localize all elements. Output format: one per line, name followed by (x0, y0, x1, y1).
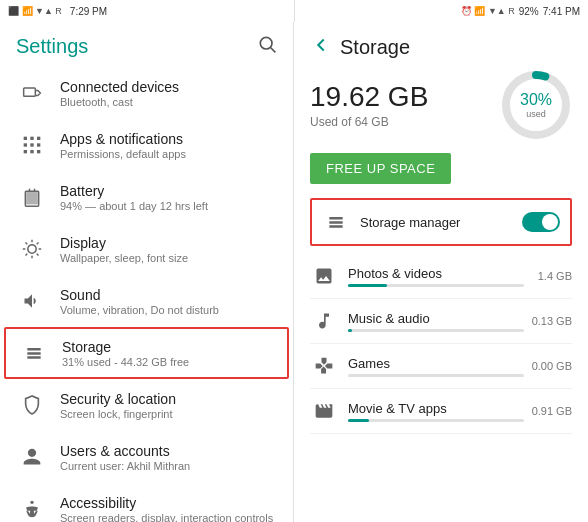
svg-line-22 (37, 254, 39, 256)
photo-icon (310, 262, 338, 290)
movies-label: Movie & TV apps (348, 401, 524, 416)
svg-rect-7 (30, 143, 33, 146)
svg-rect-5 (37, 137, 40, 140)
games-bar (348, 374, 524, 377)
display-subtitle: Wallpaper, sleep, font size (60, 252, 277, 264)
right-time: 7:41 PM (543, 6, 580, 17)
storage-of: Used of 64 GB (310, 115, 428, 129)
security-icon (16, 389, 48, 421)
svg-rect-4 (30, 137, 33, 140)
sound-title: Sound (60, 287, 277, 303)
sound-subtitle: Volume, vibration, Do not disturb (60, 304, 277, 316)
music-label: Music & audio (348, 311, 524, 326)
right-battery: 92% (519, 6, 539, 17)
svg-rect-8 (37, 143, 40, 146)
settings-item-apps[interactable]: Apps & notifications Permissions, defaul… (0, 119, 293, 171)
storage-category-photos[interactable]: Photos & videos 1.4 GB (310, 254, 572, 299)
users-icon (16, 441, 48, 473)
battery-subtitle: 94% — about 1 day 12 hrs left (60, 200, 277, 212)
music-bar (348, 329, 524, 332)
apps-subtitle: Permissions, default apps (60, 148, 277, 160)
storage-header: Storage (294, 22, 588, 69)
storage-panel: Storage 19.62 GB Used of 64 GB 30% used (294, 22, 588, 522)
settings-title: Settings (16, 35, 88, 58)
svg-line-23 (37, 243, 39, 245)
svg-rect-9 (24, 150, 27, 153)
storage-percent: 30% (520, 91, 552, 109)
search-icon[interactable] (257, 34, 277, 59)
games-size: 0.00 GB (532, 360, 572, 372)
music-bar-fill (348, 329, 352, 332)
svg-rect-3 (24, 137, 27, 140)
movies-bar (348, 419, 524, 422)
settings-item-sound[interactable]: Sound Volume, vibration, Do not disturb (0, 275, 293, 327)
security-title: Security & location (60, 391, 277, 407)
music-size: 0.13 GB (532, 315, 572, 327)
apps-icon (16, 129, 48, 161)
storage-usage-text: 19.62 GB Used of 64 GB (310, 81, 428, 129)
storage-panel-title: Storage (340, 36, 410, 59)
storage-category-games[interactable]: Games 0.00 GB (310, 344, 572, 389)
right-status-bar: ⏰ 📶 ▼▲ R 92% 7:41 PM (294, 0, 588, 22)
photos-bar-fill (348, 284, 387, 287)
connected-devices-icon (16, 77, 48, 109)
free-up-button[interactable]: FREE UP SPACE (310, 153, 451, 184)
storage-content: 19.62 GB Used of 64 GB 30% used FREE UP … (294, 69, 588, 522)
apps-title: Apps & notifications (60, 131, 277, 147)
storage-category-music[interactable]: Music & audio 0.13 GB (310, 299, 572, 344)
storage-manager-toggle[interactable] (522, 212, 560, 232)
svg-point-0 (260, 37, 272, 49)
storage-icon (18, 337, 50, 369)
security-subtitle: Screen lock, fingerprint (60, 408, 277, 420)
users-subtitle: Current user: Akhil Mithran (60, 460, 277, 472)
settings-item-users[interactable]: Users & accounts Current user: Akhil Mit… (0, 431, 293, 483)
storage-category-movies[interactable]: Movie & TV apps 0.91 GB (310, 389, 572, 434)
svg-rect-10 (30, 150, 33, 153)
svg-rect-15 (27, 193, 37, 204)
users-title: Users & accounts (60, 443, 277, 459)
svg-rect-2 (24, 88, 36, 96)
movies-bar-fill (348, 419, 369, 422)
display-icon (16, 233, 48, 265)
back-icon[interactable] (310, 34, 332, 61)
settings-list: Connected devices Bluetooth, cast Apps &… (0, 67, 293, 522)
settings-item-security[interactable]: Security & location Screen lock, fingerp… (0, 379, 293, 431)
svg-line-21 (26, 243, 28, 245)
games-label: Games (348, 356, 524, 371)
storage-title: Storage (62, 339, 275, 355)
battery-icon (16, 181, 48, 213)
left-time: 7:29 PM (70, 6, 107, 17)
connected-subtitle: Bluetooth, cast (60, 96, 277, 108)
storage-subtitle: 31% used - 44.32 GB free (62, 356, 275, 368)
svg-line-1 (271, 48, 276, 53)
sound-icon (16, 285, 48, 317)
accessibility-subtitle: Screen readers, display, interaction con… (60, 512, 277, 523)
settings-header: Settings (0, 22, 293, 67)
right-status-icons: ⏰ 📶 ▼▲ R (461, 6, 515, 16)
storage-manager-row[interactable]: Storage manager (310, 198, 572, 246)
svg-point-25 (30, 501, 33, 504)
svg-rect-6 (24, 143, 27, 146)
svg-line-24 (26, 254, 28, 256)
music-icon (310, 307, 338, 335)
photos-bar (348, 284, 524, 287)
settings-item-storage[interactable]: Storage 31% used - 44.32 GB free (4, 327, 289, 379)
svg-point-16 (28, 245, 36, 253)
settings-item-display[interactable]: Display Wallpaper, sleep, font size (0, 223, 293, 275)
left-status-icons: ⬛ 📶 ▼▲ R (8, 6, 62, 16)
connected-title: Connected devices (60, 79, 277, 95)
accessibility-title: Accessibility (60, 495, 277, 511)
movie-icon (310, 397, 338, 425)
accessibility-icon (16, 493, 48, 522)
left-status-bar: ⬛ 📶 ▼▲ R 7:29 PM (0, 0, 294, 22)
storage-usage-section: 19.62 GB Used of 64 GB 30% used (310, 69, 572, 141)
settings-item-accessibility[interactable]: Accessibility Screen readers, display, i… (0, 483, 293, 522)
photos-label: Photos & videos (348, 266, 524, 281)
battery-title: Battery (60, 183, 277, 199)
settings-panel: Settings Connected devices Bluetooth, ca… (0, 22, 294, 522)
settings-item-connected[interactable]: Connected devices Bluetooth, cast (0, 67, 293, 119)
storage-used-label: used (520, 109, 552, 119)
settings-item-battery[interactable]: Battery 94% — about 1 day 12 hrs left (0, 171, 293, 223)
storage-gb: 19.62 GB (310, 81, 428, 113)
svg-rect-11 (37, 150, 40, 153)
